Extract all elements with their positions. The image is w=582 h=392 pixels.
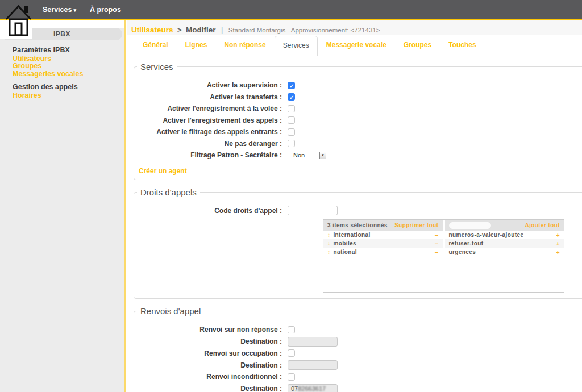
add-icon[interactable]: + [556,240,560,247]
destination-value-masked: 82663617 [298,385,326,392]
droits-appels-legend: Droits d'appels [137,187,200,197]
renvoi-inconditionnel-label: Renvoi inconditionnel : [135,373,288,381]
destination-label: Destination : [135,361,288,369]
sidebar-heading-gestion-appels: Gestion des appels [13,84,120,91]
tab-services[interactable]: Services [275,36,318,56]
transferts-label: Activer les transferts : [135,93,288,101]
menu-about[interactable]: À propos [90,6,121,14]
tab-lignes[interactable]: Lignes [177,35,216,56]
enregistrement-volee-label: Activer l'enregistrement à la volée : [135,105,288,112]
sidebar-item-utilisateurs[interactable]: Utilisateurs [13,55,120,63]
drag-handle-icon[interactable]: ↕ [327,232,330,238]
code-droits-input[interactable] [288,206,338,215]
tab-bar: Général Lignes Non réponse Services Mess… [127,35,582,56]
filtrage-patron-select[interactable]: Non ▼ [288,151,327,160]
main-content: Utilisateurs > Modifier | Standard Monta… [127,20,582,392]
available-right-numeros-valeur-ajoutee[interactable]: numeros-a-valeur-ajoutee + [445,231,564,239]
tab-content: Services Activer la supervision : Active… [127,56,582,392]
enregistrement-volee-checkbox[interactable] [288,105,295,112]
menu-about-label: À propos [90,6,121,14]
sidebar-item-horaires[interactable]: Horaires [13,92,120,100]
selected-count-label: 3 items sélectionnés [327,222,388,228]
code-droits-label: Code droits d'appel : [135,207,288,215]
filtrage-entrants-checkbox[interactable] [288,128,295,136]
renvoi-occupation-label: Renvoi sur occupation : [135,349,288,357]
remove-icon[interactable]: − [435,240,439,247]
renvois-appel-fieldset: Renvois d'appel Renvoi sur non réponse :… [134,306,582,392]
services-fieldset: Services Activer la supervision : Active… [134,62,582,180]
ne-pas-deranger-checkbox[interactable] [288,140,295,147]
menu-services[interactable]: Services▾ [43,6,76,14]
dropdown-arrow-icon: ▼ [319,152,326,159]
right-label: urgences [449,249,476,255]
breadcrumb-section-link[interactable]: Utilisateurs [131,26,173,34]
remove-icon[interactable]: − [435,232,439,239]
selected-rights-panel: 3 items sélectionnés Supprimer tout ↕ in… [323,220,443,256]
supervision-checkbox[interactable] [288,82,295,89]
renvoi-occupation-checkbox[interactable] [288,349,295,357]
tab-general[interactable]: Général [134,35,177,56]
destination-value-prefix: 07 [291,385,298,392]
destination-label: Destination : [135,337,288,345]
tab-groupes[interactable]: Groupes [395,35,440,56]
destination-occupation-input[interactable] [288,360,338,370]
breadcrumb-divider: | [221,26,223,34]
renvois-appel-legend: Renvois d'appel [137,306,204,316]
selected-right-national[interactable]: ↕ national − [323,248,443,256]
sidebar-nav: Paramètres IPBX Utilisateurs Groupes Mes… [13,47,120,99]
sidebar: IPBX Paramètres IPBX Utilisateurs Groupe… [0,20,126,392]
services-legend: Services [137,62,177,72]
renvoi-inconditionnel-checkbox[interactable] [288,373,295,381]
breadcrumb-separator: > [177,26,182,34]
destination-non-reponse-input[interactable] [288,337,338,347]
renvoi-non-reponse-label: Renvoi sur non réponse : [135,326,288,333]
droits-appels-fieldset: Droits d'appels Code droits d'appel : 3 … [134,187,582,299]
tab-touches[interactable]: Touches [440,35,484,56]
available-right-urgences[interactable]: urgences + [445,248,564,256]
supervision-label: Activer la supervision : [135,81,288,89]
right-label: mobiles [333,240,356,247]
available-rights-panel: Ajouter tout numeros-a-valeur-ajoutee + … [445,220,564,256]
add-all-link[interactable]: Ajouter tout [525,222,560,228]
destination-label: Destination : [135,385,288,392]
enregistrement-appels-checkbox[interactable] [288,116,295,124]
tab-non-reponse[interactable]: Non réponse [215,35,274,56]
enregistrement-appels-label: Activer l'enregistrement des appels : [135,116,288,124]
ne-pas-deranger-label: Ne pas déranger : [135,140,288,148]
chevron-down-icon: ▾ [73,7,76,13]
right-label: numeros-a-valeur-ajoutee [449,232,524,238]
sidebar-heading-parametres: Paramètres IPBX [13,47,120,55]
breadcrumb-context: Standard Montargis - Approvisionnement: … [228,27,380,34]
destination-inconditionnel-input[interactable]: 0782663617 [288,384,338,392]
filtrage-entrants-label: Activer le filtrage des appels entrants … [135,128,288,136]
call-rights-dual-list: 3 items sélectionnés Supprimer tout ↕ in… [323,219,564,293]
right-label: national [333,249,357,255]
right-label: international [333,232,370,238]
menu-services-label: Services [43,6,72,14]
breadcrumb-page: Modifier [186,26,216,34]
create-agent-link[interactable]: Créer un agent [139,167,187,175]
breadcrumb: Utilisateurs > Modifier | Standard Monta… [127,20,582,35]
add-icon[interactable]: + [556,232,560,239]
home-icon[interactable] [5,3,32,39]
sidebar-item-messageries-vocales[interactable]: Messageries vocales [13,70,120,78]
renvoi-non-reponse-checkbox[interactable] [288,326,295,333]
filtrage-patron-select-value: Non [288,152,319,159]
drag-handle-icon[interactable]: ↕ [327,240,330,247]
add-icon[interactable]: + [556,249,560,256]
transferts-checkbox[interactable] [288,93,295,101]
right-label: refuser-tout [449,240,484,247]
selected-right-international[interactable]: ↕ international − [323,231,443,239]
drag-handle-icon[interactable]: ↕ [327,249,330,255]
tab-messagerie-vocale[interactable]: Messagerie vocale [318,35,395,56]
selected-right-mobiles[interactable]: ↕ mobiles − [323,239,443,248]
available-right-refuser-tout[interactable]: refuser-tout + [445,239,564,248]
sidebar-item-groupes[interactable]: Groupes [13,62,120,70]
remove-icon[interactable]: − [435,249,439,256]
rights-search-input[interactable] [449,222,491,229]
filtrage-patron-label: Filtrage Patron - Secrétaire : [135,151,288,159]
topbar-menu: Services▾ À propos [43,0,121,19]
top-navigation-bar: Services▾ À propos [0,0,582,20]
remove-all-link[interactable]: Supprimer tout [394,222,438,228]
